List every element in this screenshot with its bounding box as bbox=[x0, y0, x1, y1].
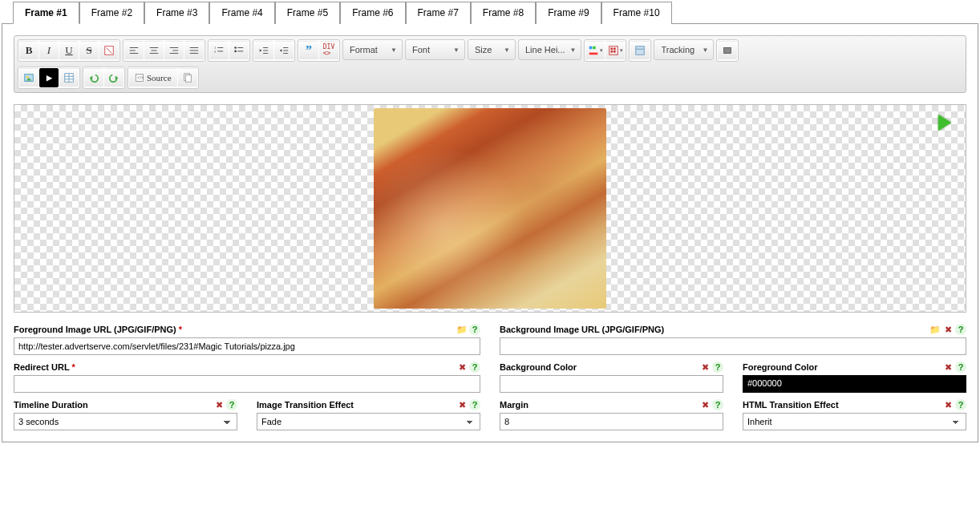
svg-rect-35 bbox=[614, 48, 616, 50]
svg-rect-40 bbox=[724, 48, 731, 54]
clear-icon[interactable]: ✖ bbox=[942, 361, 954, 373]
source-button[interactable]: </>Source bbox=[129, 68, 177, 87]
help-icon[interactable]: ? bbox=[712, 399, 723, 410]
preview-canvas bbox=[14, 104, 966, 313]
tab-frame-1[interactable]: Frame #1 bbox=[13, 2, 79, 24]
margin-label: Margin bbox=[500, 400, 528, 410]
duration-field: Timeline Duration ✖ ? 3 seconds bbox=[14, 399, 237, 430]
svg-marker-22 bbox=[260, 49, 262, 52]
tab-frame-2[interactable]: Frame #2 bbox=[79, 2, 144, 24]
template-button[interactable] bbox=[630, 41, 650, 60]
tab-frame-10[interactable]: Frame #10 bbox=[601, 2, 672, 24]
svg-rect-38 bbox=[636, 46, 645, 55]
background-url-field: Background Image URL (JPG/GIF/PNG) 📁 ✖ ? bbox=[500, 324, 966, 355]
tab-frame-9[interactable]: Frame #9 bbox=[536, 2, 601, 24]
bullet-list-button[interactable] bbox=[229, 41, 249, 60]
htmltrans-label: HTML Transition Effect bbox=[743, 400, 839, 410]
htmltrans-field: HTML Transition Effect ✖ ? Inherit bbox=[743, 399, 966, 430]
bold-button[interactable]: B bbox=[19, 41, 38, 60]
strike-button[interactable]: S bbox=[79, 41, 99, 60]
underline-button[interactable]: U bbox=[59, 41, 79, 60]
help-icon[interactable]: ? bbox=[469, 324, 480, 335]
flash-button[interactable]: ▶ bbox=[39, 68, 59, 87]
clear-icon[interactable]: ✖ bbox=[456, 399, 468, 410]
lineheight-dropdown[interactable]: Line Hei...▼ bbox=[518, 39, 581, 60]
background-url-label: Background Image URL (JPG/GIF/PNG) bbox=[500, 325, 664, 334]
div-button[interactable]: DIV<> bbox=[319, 41, 338, 60]
htmltrans-select[interactable]: Inherit bbox=[743, 413, 966, 430]
fgcolor-field: Foreground Color ✖ ? #000000 bbox=[743, 361, 966, 393]
svg-text:</>: </> bbox=[137, 75, 144, 80]
tab-frame-5[interactable]: Frame #5 bbox=[275, 2, 340, 24]
help-icon[interactable]: ? bbox=[469, 361, 480, 373]
browse-icon[interactable]: 📁 bbox=[456, 324, 468, 335]
help-icon[interactable]: ? bbox=[955, 399, 966, 410]
clear-icon[interactable]: ✖ bbox=[213, 399, 225, 410]
tab-frame-3[interactable]: Frame #3 bbox=[144, 2, 209, 24]
tab-frame-6[interactable]: Frame #6 bbox=[340, 2, 405, 24]
play-icon[interactable] bbox=[938, 115, 951, 131]
frame-panel: B I U S 12 ” DIV<> bbox=[2, 23, 978, 442]
svg-marker-26 bbox=[280, 49, 282, 52]
clear-icon[interactable]: ✖ bbox=[942, 399, 954, 410]
clear-icon[interactable]: ✖ bbox=[699, 399, 711, 410]
bg-color-button[interactable]: ▾ bbox=[605, 41, 625, 60]
image-button[interactable] bbox=[19, 68, 38, 87]
format-dropdown[interactable]: Format▼ bbox=[342, 39, 403, 60]
table-button[interactable] bbox=[59, 68, 79, 87]
indent-button[interactable] bbox=[274, 41, 294, 60]
text-color-button[interactable]: ▾ bbox=[585, 41, 605, 60]
svg-text:2: 2 bbox=[214, 50, 216, 54]
svg-rect-34 bbox=[610, 48, 613, 50]
margin-field: Margin ✖ ? bbox=[500, 399, 723, 430]
align-justify-button[interactable] bbox=[184, 41, 204, 60]
undo-button[interactable] bbox=[84, 68, 103, 87]
copy-button[interactable] bbox=[178, 68, 197, 87]
help-icon[interactable]: ? bbox=[955, 324, 966, 335]
bgcolor-input[interactable] bbox=[500, 375, 723, 393]
font-dropdown[interactable]: Font▼ bbox=[405, 39, 465, 60]
remove-format-button[interactable] bbox=[99, 41, 119, 60]
redirect-url-field: Redirect URL * ✖ ? bbox=[14, 361, 480, 393]
margin-input[interactable] bbox=[500, 413, 723, 430]
svg-rect-36 bbox=[610, 50, 613, 53]
tab-frame-7[interactable]: Frame #7 bbox=[406, 2, 471, 24]
numbered-list-button[interactable]: 12 bbox=[209, 41, 229, 60]
redirect-url-label: Redirect URL * bbox=[14, 362, 75, 372]
svg-rect-31 bbox=[589, 46, 593, 50]
help-icon[interactable]: ? bbox=[712, 361, 723, 373]
imgtrans-label: Image Transition Effect bbox=[257, 400, 354, 410]
size-dropdown[interactable]: Size▼ bbox=[468, 39, 516, 60]
blockquote-button[interactable]: ” bbox=[299, 41, 318, 60]
foreground-url-input[interactable] bbox=[14, 337, 480, 355]
svg-point-20 bbox=[234, 50, 237, 53]
align-left-button[interactable] bbox=[124, 41, 144, 60]
foreground-url-field: Foreground Image URL (JPG/GIF/PNG) * 📁 ? bbox=[14, 324, 480, 355]
redo-button[interactable] bbox=[104, 68, 124, 87]
help-icon[interactable]: ? bbox=[226, 399, 237, 410]
tab-frame-4[interactable]: Frame #4 bbox=[209, 2, 274, 24]
duration-select[interactable]: 3 seconds bbox=[14, 413, 237, 430]
editor-toolbar: B I U S 12 ” DIV<> bbox=[14, 35, 966, 93]
tab-frame-8[interactable]: Frame #8 bbox=[471, 2, 536, 24]
imgtrans-select[interactable]: Fade bbox=[257, 413, 480, 430]
svg-rect-53 bbox=[185, 75, 191, 83]
clear-icon[interactable]: ✖ bbox=[699, 361, 711, 373]
clear-icon[interactable]: ✖ bbox=[456, 361, 468, 373]
browse-icon[interactable]: 📁 bbox=[929, 324, 941, 335]
italic-button[interactable]: I bbox=[39, 41, 59, 60]
help-icon[interactable]: ? bbox=[955, 361, 966, 373]
clear-icon[interactable]: ✖ bbox=[942, 324, 954, 335]
bgcolor-label: Background Color bbox=[500, 362, 577, 372]
imgtrans-field: Image Transition Effect ✖ ? Fade bbox=[257, 399, 480, 430]
outdent-button[interactable] bbox=[254, 41, 273, 60]
align-right-button[interactable] bbox=[164, 41, 184, 60]
redirect-url-input[interactable] bbox=[14, 375, 480, 393]
svg-point-42 bbox=[26, 76, 29, 79]
align-center-button[interactable] bbox=[144, 41, 164, 60]
help-icon[interactable]: ? bbox=[469, 399, 480, 410]
tracking-dropdown[interactable]: Tracking▼ bbox=[654, 39, 714, 60]
background-url-input[interactable] bbox=[500, 337, 966, 355]
maximize-button[interactable] bbox=[718, 41, 737, 60]
fgcolor-input[interactable]: #000000 bbox=[743, 375, 966, 393]
